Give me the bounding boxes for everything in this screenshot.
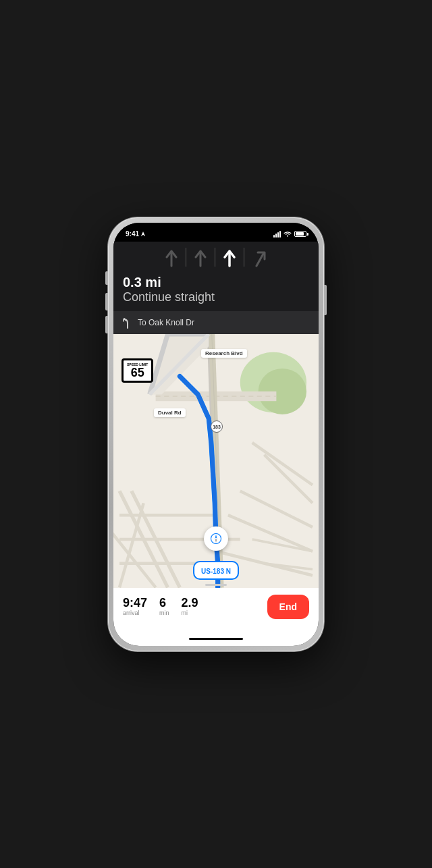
- map-area[interactable]: SPEED LIMIT 65 Research Blvd Duval Rd 18…: [113, 334, 319, 587]
- arrival-time: 9:47: [123, 597, 147, 609]
- status-icons: [273, 231, 306, 238]
- home-indicator-bar[interactable]: [189, 638, 243, 640]
- lane-divider-2: [215, 248, 215, 267]
- route-label: US-183 N: [201, 568, 231, 575]
- screen-content: 9:41: [113, 223, 319, 646]
- lane-arrow-3: [222, 247, 237, 267]
- compass-icon: [210, 533, 222, 545]
- bottom-bar: 9:47 arrival 6 min 2.9 mi End: [113, 588, 319, 632]
- arrival-item: 9:47 arrival: [123, 597, 147, 616]
- speed-limit-sign: SPEED LIMIT 65: [122, 358, 153, 383]
- silent-button[interactable]: [105, 271, 108, 285]
- lane-divider-3: [244, 248, 244, 267]
- volume-down-button[interactable]: [105, 316, 108, 333]
- status-time: 9:41: [126, 230, 146, 238]
- minutes-value: 6: [159, 597, 166, 609]
- speed-limit-number: 65: [127, 367, 148, 379]
- lane-arrow-4: [251, 247, 269, 267]
- navigation-header: 0.3 mi Continue straight: [113, 242, 319, 312]
- miles-item: 2.9 mi: [182, 597, 198, 616]
- lane-divider-1: [186, 248, 186, 267]
- phone-screen: 9:41: [113, 223, 319, 646]
- power-button[interactable]: [324, 285, 327, 315]
- location-arrow-icon: [140, 232, 146, 237]
- minutes-item: 6 min: [159, 597, 169, 616]
- sub-instruction-bar: To Oak Knoll Dr: [113, 311, 319, 334]
- arrival-label: arrival: [123, 609, 140, 616]
- lane-arrow-1: [164, 247, 179, 267]
- highway-badge: US-183 N: [193, 561, 239, 580]
- miles-value: 2.9: [182, 597, 198, 609]
- battery-icon: [294, 231, 306, 237]
- instruction-label: Continue straight: [123, 290, 309, 305]
- phone-frame: 9:41: [108, 217, 324, 651]
- lane-indicators: [123, 247, 309, 271]
- lane-3-icon: [222, 247, 237, 267]
- end-navigation-button[interactable]: End: [267, 595, 309, 619]
- minutes-label: min: [159, 609, 169, 616]
- miles-label: mi: [182, 609, 188, 616]
- lane-4-icon: [251, 247, 269, 267]
- svg-marker-29: [215, 539, 217, 543]
- sub-turn-icon: [123, 317, 132, 329]
- highway-number: 183: [213, 425, 221, 429]
- distance-label: 0.3 mi: [123, 275, 309, 289]
- lane-2-icon: [193, 247, 208, 267]
- volume-up-button[interactable]: [105, 293, 108, 310]
- svg-marker-28: [215, 535, 217, 539]
- svg-line-5: [256, 254, 263, 266]
- bottom-handle: [205, 584, 227, 586]
- lane-1-icon: [164, 247, 179, 267]
- lane-arrow-2: [193, 247, 208, 267]
- notch: [176, 223, 256, 238]
- highway-shield: 183: [211, 421, 223, 433]
- research-blvd-label: Research Blvd: [201, 349, 247, 358]
- sub-instruction-text: To Oak Knoll Dr: [138, 318, 194, 327]
- signal-icon: [273, 231, 281, 238]
- home-indicator-area: [113, 632, 319, 646]
- duval-rd-label: Duval Rd: [154, 408, 186, 417]
- time-label: 9:41: [126, 230, 139, 238]
- compass-button[interactable]: [204, 526, 228, 551]
- svg-point-1: [287, 236, 288, 237]
- svg-marker-0: [141, 232, 145, 236]
- wifi-icon: [284, 231, 292, 237]
